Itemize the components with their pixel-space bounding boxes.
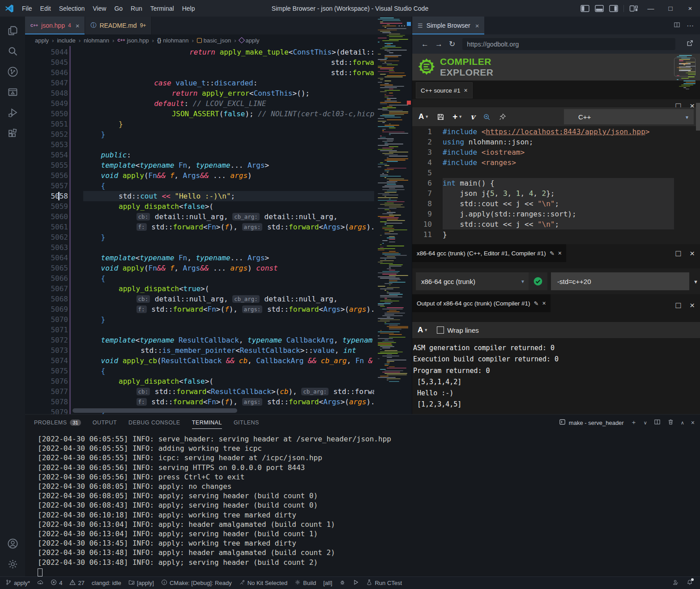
menu-view[interactable]: View — [89, 3, 110, 14]
font-size-button[interactable]: A▼ — [418, 326, 428, 335]
code-line[interactable]: 5072template<typename ResultCallback, ty… — [25, 335, 412, 345]
rename-icon[interactable]: ✎ — [550, 250, 555, 257]
minimap[interactable] — [377, 17, 408, 414]
compiler-select[interactable]: x86-64 gcc (trunk) ▼ — [416, 272, 530, 290]
search-icon[interactable] — [2, 41, 23, 61]
menu-go[interactable]: Go — [110, 3, 127, 14]
breadcrumb-item-json.hpp[interactable]: C++json.hpp — [117, 37, 149, 44]
code-line[interactable]: 5054public: — [25, 150, 412, 160]
explorer-icon[interactable] — [2, 20, 23, 41]
menu-edit[interactable]: Edit — [36, 3, 55, 14]
ce-code-line[interactable]: 11} — [412, 229, 700, 240]
settings-icon[interactable] — [2, 554, 23, 574]
close-button[interactable]: × — [680, 4, 700, 12]
add-pane-button[interactable]: +▼ — [452, 112, 462, 122]
close-icon[interactable]: × — [558, 250, 562, 257]
ce-code-line[interactable]: 8 std::cout << j << "\n"; — [412, 199, 700, 209]
kill-terminal-icon[interactable] — [667, 419, 674, 427]
customize-layout-icon[interactable] — [629, 5, 638, 12]
menu-run[interactable]: Run — [127, 3, 146, 14]
code-line[interactable]: 5044return apply_make_tuple<ConstThis>(d… — [25, 47, 412, 57]
ce-minimap[interactable] — [676, 55, 696, 109]
code-line[interactable]: 5075{ — [25, 366, 412, 376]
code-line[interactable]: 5073 std::is_member_pointer<ResultCallba… — [25, 345, 412, 356]
code-line[interactable]: 5070} — [25, 314, 412, 325]
status-kit[interactable]: No Kit Selected — [239, 579, 288, 587]
status-cmake-status[interactable]: CMake: [Debug]: Ready — [161, 579, 232, 587]
panel-tab-debug-console[interactable]: DEBUG CONSOLE — [128, 415, 180, 431]
terminal-output[interactable]: [2022-04-30 06:05:55] INFO: serve_header… — [38, 434, 696, 577]
code-line[interactable]: 5048return apply_error<ConstThis>(); — [25, 88, 412, 98]
code-line[interactable]: 5047case value_t::discarded: — [25, 78, 412, 88]
ce-code-line[interactable]: 2using nlohmann::json; — [412, 137, 700, 147]
ce-code-line[interactable]: 5 — [412, 168, 700, 178]
ce-code-line[interactable]: 7 json j{5, 3, 1, 4, 2}; — [412, 188, 700, 199]
breadcrumb-item-basic_json[interactable]: basic_json — [197, 37, 231, 44]
ce-source-editor[interactable]: 1#include <https://localhost:8443/apply/… — [412, 126, 700, 245]
compiler-options-input[interactable]: -std=c++20 — [551, 272, 689, 290]
horizontal-scrollbar[interactable] — [73, 408, 237, 413]
terminal-dropdown-icon[interactable]: ∨ — [644, 420, 647, 426]
run-and-debug-icon[interactable] — [2, 102, 23, 123]
status-git-branch[interactable]: apply* — [5, 579, 30, 587]
menu-file[interactable]: File — [18, 3, 36, 14]
code-editor[interactable]: 5044return apply_make_tuple<ConstThis>(d… — [25, 46, 412, 414]
live-preview-icon[interactable] — [2, 82, 23, 102]
pin-icon[interactable] — [499, 113, 506, 121]
status-debug-target[interactable] — [339, 579, 346, 587]
status-publish[interactable] — [37, 579, 43, 587]
language-select[interactable]: C++ ▼ — [564, 109, 694, 124]
code-line[interactable]: 5074void apply_cb(ResultCallback && cb, … — [25, 356, 412, 366]
code-line[interactable]: 5067apply_dispatch<true>( — [25, 284, 412, 294]
status-ctest[interactable]: Run CTest — [366, 579, 402, 587]
split-editor-icon[interactable] — [674, 21, 680, 30]
code-line[interactable]: 5050JSON_ASSERT(false); // NOLINT(cert-d… — [25, 109, 412, 119]
toggle-sidebar-icon[interactable] — [580, 5, 589, 12]
forward-icon[interactable]: → — [435, 40, 443, 49]
code-line[interactable]: 5052} — [25, 129, 412, 140]
source-tab[interactable]: C++ source #1 × — [416, 82, 473, 98]
tab-README.md[interactable]: ⓘREADME.md9+ — [85, 17, 152, 34]
code-line[interactable]: 5059apply_dispatch<false>( — [25, 201, 412, 212]
code-line[interactable]: 5066{ — [25, 273, 412, 284]
ce-code-line[interactable]: 10 std::cout << j << "\n"; — [412, 219, 700, 229]
terminal-select[interactable]: make - serve_header — [559, 419, 624, 427]
extensions-icon[interactable] — [2, 123, 23, 144]
open-external-icon[interactable] — [686, 39, 694, 49]
code-line[interactable]: 5062} — [25, 232, 412, 242]
breadcrumb-item-include[interactable]: include — [57, 37, 75, 44]
breadcrumb-item-nlohmann[interactable]: {}nlohmann — [157, 37, 188, 44]
split-terminal-icon[interactable] — [654, 419, 661, 427]
code-line[interactable]: 5061f: std::forward<Fn>(f), args: std::f… — [25, 222, 412, 232]
vim-mode-icon[interactable]: v — [470, 112, 475, 121]
new-terminal-icon[interactable]: ＋ — [631, 419, 637, 427]
save-icon[interactable] — [437, 113, 444, 121]
status-launch-target[interactable] — [353, 579, 359, 587]
ce-code-line[interactable]: 1#include <https://localhost:8443/apply/… — [412, 127, 700, 137]
code-line[interactable]: 5071 — [25, 325, 412, 335]
rename-icon[interactable]: ✎ — [534, 300, 539, 307]
menu-help[interactable]: Help — [178, 3, 199, 14]
code-line[interactable]: 5078f: std::forward<Fn>(f), args: std::f… — [25, 397, 412, 407]
close-icon[interactable]: × — [464, 87, 468, 94]
status-cmake-project[interactable]: [apply] — [128, 579, 154, 587]
ce-code-line[interactable]: 3#include <iostream> — [412, 147, 700, 157]
code-line[interactable]: 5056void apply(Fn&& f, Args&& ... args) — [25, 170, 412, 181]
back-icon[interactable]: ← — [421, 40, 429, 49]
more-actions-icon[interactable]: ⋯ — [687, 21, 694, 30]
chevron-down-icon[interactable]: ▼ — [693, 279, 698, 284]
maximize-panel-icon[interactable]: ∧ — [681, 420, 684, 426]
status-build-target[interactable]: [all] — [323, 580, 332, 586]
output-tab[interactable]: Output of x86-64 gcc (trunk) (Compiler #… — [412, 294, 551, 312]
code-line[interactable]: 5051} — [25, 119, 412, 129]
wrap-lines-checkbox[interactable]: Wrap lines — [437, 326, 479, 334]
maximize-icon[interactable]: □ — [675, 249, 680, 258]
compiler-tab[interactable]: x86-64 gcc (trunk) (C++, Editor #1, Comp… — [412, 244, 566, 262]
panel-tab-problems[interactable]: PROBLEMS31 — [34, 415, 81, 431]
code-line[interactable]: 5046std::forward<Fn> — [25, 68, 412, 78]
code-line[interactable]: 5063 — [25, 242, 412, 253]
code-line[interactable]: 5055template<typename Fn, typename... Ar… — [25, 160, 412, 170]
status-warnings[interactable]: 27 — [69, 579, 84, 587]
zoom-icon[interactable] — [483, 113, 491, 121]
code-line[interactable]: 5053 — [25, 140, 412, 150]
